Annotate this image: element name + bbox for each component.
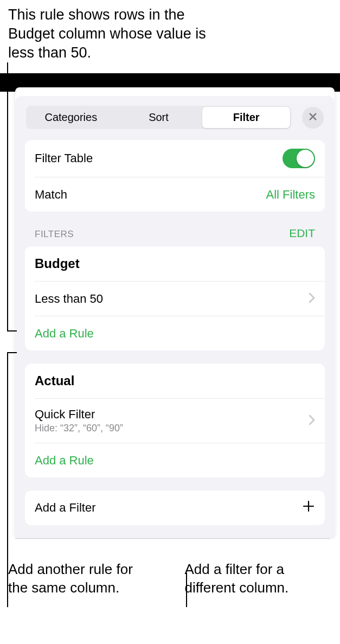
close-icon — [308, 112, 318, 124]
add-rule-label: Add a Rule — [35, 327, 94, 341]
filter-card-actual: Actual Quick Filter Hide: “32”, “60”, “9… — [25, 364, 325, 477]
edit-button[interactable]: EDIT — [289, 227, 315, 240]
callout-bottom-right: Add a filter for a different column. — [172, 560, 332, 597]
add-filter-row[interactable]: Add a Filter — [25, 490, 325, 525]
add-filter-label: Add a Filter — [35, 501, 96, 515]
tab-sort[interactable]: Sort — [115, 107, 203, 128]
filter-column-name: Budget — [35, 256, 80, 271]
filter-rule-subtext: Hide: “32”, “60”, “90” — [35, 423, 123, 434]
filter-sheet: Categories Sort Filter Filter Table Matc — [15, 87, 335, 538]
filter-column-header: Budget — [25, 246, 325, 281]
match-label: Match — [35, 188, 67, 202]
chevron-right-icon — [309, 292, 315, 305]
filter-table-row: Filter Table — [25, 140, 325, 177]
callout-top-text: This rule shows rows in the Budget colum… — [0, 0, 228, 68]
match-value: All Filters — [266, 188, 315, 202]
add-rule-row[interactable]: Add a Rule — [35, 316, 325, 350]
filter-column-name: Actual — [35, 373, 74, 388]
callout-line — [7, 62, 8, 331]
tab-categories[interactable]: Categories — [27, 107, 115, 128]
callout-line — [7, 352, 8, 607]
callout-line — [7, 352, 17, 353]
filter-rule-text: Less than 50 — [35, 292, 103, 306]
tab-filter[interactable]: Filter — [202, 107, 290, 128]
callout-line — [7, 330, 17, 331]
filter-column-header: Actual — [25, 364, 325, 398]
filters-section-header: FILTERS EDIT — [25, 227, 325, 244]
filters-section-title: FILTERS — [35, 229, 74, 240]
filter-table-toggle[interactable] — [283, 149, 315, 168]
callout-bottom-left: Add another rule for the same column. — [8, 560, 156, 597]
match-row[interactable]: Match All Filters — [35, 177, 325, 212]
filter-rule-row[interactable]: Quick Filter Hide: “32”, “60”, “90” — [35, 398, 325, 443]
add-filter-card: Add a Filter — [25, 490, 325, 525]
add-rule-label: Add a Rule — [35, 454, 94, 468]
filter-table-label: Filter Table — [35, 151, 93, 165]
filter-rule-row[interactable]: Less than 50 — [35, 281, 325, 316]
segmented-control: Categories Sort Filter — [26, 106, 291, 129]
sheet-header: Categories Sort Filter — [25, 106, 325, 129]
add-rule-row[interactable]: Add a Rule — [35, 443, 325, 477]
filter-settings-card: Filter Table Match All Filters — [25, 140, 325, 212]
filter-card-budget: Budget Less than 50 Add a Rule — [25, 246, 325, 350]
filter-rule-text: Quick Filter — [35, 407, 123, 422]
plus-icon — [302, 499, 315, 517]
bottom-callouts: Add another rule for the same column. Ad… — [0, 539, 340, 605]
chevron-right-icon — [309, 415, 315, 428]
callout-line — [186, 573, 187, 607]
close-button[interactable] — [302, 107, 324, 129]
